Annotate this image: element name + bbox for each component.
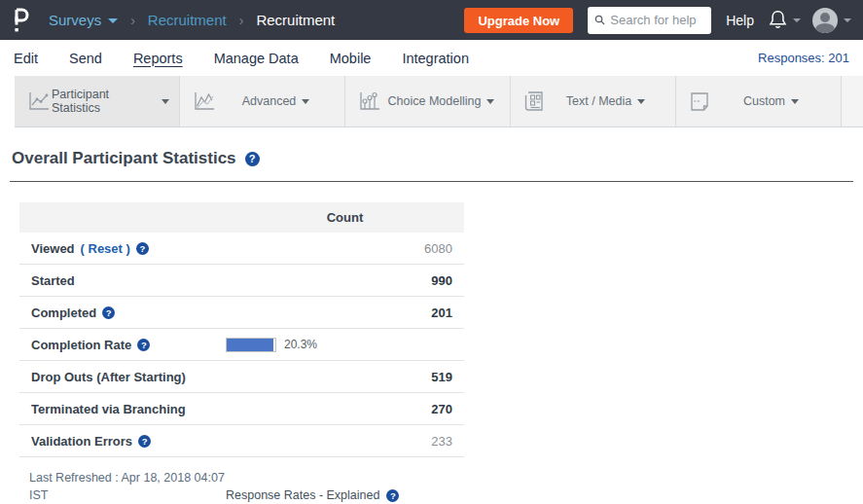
chevron-down-icon	[793, 18, 801, 22]
breadcrumb-survey-link[interactable]: Recruitment	[148, 12, 227, 28]
completion-rate-help-icon[interactable]: ?	[137, 339, 150, 351]
completed-help-icon[interactable]: ?	[102, 306, 115, 319]
nav-item-edit[interactable]: Edit	[14, 51, 38, 66]
breadcrumb: Surveys › Recruitment › Recruitment	[49, 12, 335, 28]
tab-label: Custom	[743, 94, 785, 108]
nav-item-send[interactable]: Send	[69, 51, 102, 66]
tab-label: Text / Media	[566, 94, 631, 108]
questionpro-logo[interactable]	[12, 7, 33, 34]
tab-custom[interactable]: Custom	[676, 76, 842, 126]
reset-link[interactable]: ( Reset )	[81, 241, 130, 256]
row-value: 6080	[226, 241, 464, 256]
page-title-help-icon[interactable]: ?	[245, 152, 260, 166]
participant-statistics-table: Count Viewed ( Reset ) ? 6080 Started 99…	[19, 202, 464, 457]
row-label: Started	[31, 273, 75, 288]
row-label: Completion Rate	[31, 338, 131, 352]
response-rates-help-icon[interactable]: ?	[386, 489, 399, 502]
table-header-row: Count	[19, 202, 464, 233]
viewed-help-icon[interactable]: ?	[136, 242, 149, 255]
validation-errors-help-icon[interactable]: ?	[138, 435, 151, 448]
line-chart-icon	[26, 90, 52, 113]
chevron-down-icon	[486, 99, 494, 104]
row-value: 519	[226, 370, 464, 384]
tab-advanced[interactable]: Advanced	[180, 76, 345, 126]
table-footer: Last Refreshed : Apr 18, 2018 04:07 IST …	[29, 469, 863, 504]
table-row-completion-rate: Completion Rate ? 20.3%	[19, 329, 464, 361]
last-refreshed-text: Last Refreshed : Apr 18, 2018 04:07 IST	[29, 471, 225, 502]
table-row-started: Started 990	[19, 265, 464, 297]
nav-item-integration[interactable]: Integration	[402, 51, 469, 66]
chevron-down-icon	[637, 99, 645, 104]
newspaper-icon	[522, 90, 546, 113]
chevron-down-icon	[844, 18, 851, 22]
multi-line-chart-icon	[192, 90, 217, 113]
row-label: Drop Outs (After Starting)	[31, 370, 186, 384]
page-title-row: Overall Participant Statistics ?	[12, 149, 863, 168]
help-search-box	[588, 7, 711, 34]
tab-bar-filler	[842, 76, 863, 127]
divider	[10, 181, 853, 182]
lollipop-chart-icon	[357, 90, 382, 113]
avatar	[812, 8, 838, 33]
breadcrumb-separator: ›	[239, 13, 244, 28]
chevron-down-icon	[108, 18, 118, 23]
tab-text-media[interactable]: Text / Media	[511, 76, 676, 126]
table-row-validation-errors: Validation Errors ? 233	[19, 425, 464, 457]
breadcrumb-current-page: Recruitment	[256, 12, 335, 28]
breadcrumb-separator: ›	[130, 13, 135, 28]
tab-label: Advanced	[242, 94, 297, 108]
table-row-viewed: Viewed ( Reset ) ? 6080	[19, 233, 464, 265]
responses-count: Responses: 201	[758, 51, 849, 65]
completion-rate-percent: 20.3%	[284, 338, 317, 351]
questionpro-logo-icon	[12, 7, 31, 33]
custom-page-icon	[688, 90, 711, 113]
notifications-dropdown[interactable]	[768, 9, 801, 31]
topbar: Surveys › Recruitment › Recruitment Upgr…	[0, 0, 863, 40]
row-value: 201	[226, 306, 464, 320]
row-label: Viewed	[31, 241, 75, 256]
tab-label: Participant Statistics	[52, 88, 156, 115]
tab-label: Choice Modelling	[388, 94, 482, 108]
search-icon	[594, 14, 605, 26]
upgrade-now-button[interactable]: Upgrade Now	[464, 8, 573, 33]
surveys-dropdown[interactable]: Surveys	[49, 12, 118, 28]
tab-choice-modelling[interactable]: Choice Modelling	[345, 76, 511, 126]
table-row-drop-outs: Drop Outs (After Starting) 519	[19, 361, 464, 393]
nav-item-reports[interactable]: Reports	[133, 51, 183, 66]
row-value: 990	[226, 273, 464, 288]
row-value: 233	[226, 434, 464, 449]
chevron-down-icon	[162, 99, 169, 104]
main-nav: Edit Send Reports Manage Data Mobile Int…	[0, 40, 863, 76]
completion-rate-bar	[226, 338, 276, 352]
row-label: Validation Errors	[31, 434, 132, 449]
chevron-down-icon	[791, 99, 799, 104]
row-label: Completed	[31, 306, 96, 320]
surveys-label: Surveys	[49, 12, 101, 28]
count-column-header: Count	[226, 210, 464, 225]
row-value: 270	[226, 402, 464, 416]
search-input[interactable]	[610, 13, 704, 27]
chevron-down-icon	[302, 99, 309, 104]
response-rates-explained-label: Response Rates - Explained	[226, 488, 379, 502]
row-label: Terminated via Branching	[31, 402, 186, 416]
table-row-completed: Completed ? 201	[19, 297, 464, 329]
nav-item-manage-data[interactable]: Manage Data	[214, 51, 299, 66]
table-row-terminated: Terminated via Branching 270	[19, 393, 464, 425]
report-tab-bar: Participant Statistics Advanced Choice M…	[0, 76, 863, 127]
topbar-right: Upgrade Now Help	[464, 7, 851, 34]
page-title: Overall Participant Statistics	[12, 149, 236, 168]
account-dropdown[interactable]	[812, 8, 851, 33]
nav-item-mobile[interactable]: Mobile	[330, 51, 372, 66]
bell-icon	[768, 9, 788, 31]
help-link[interactable]: Help	[726, 13, 754, 28]
tab-participant-statistics[interactable]: Participant Statistics	[15, 76, 180, 126]
